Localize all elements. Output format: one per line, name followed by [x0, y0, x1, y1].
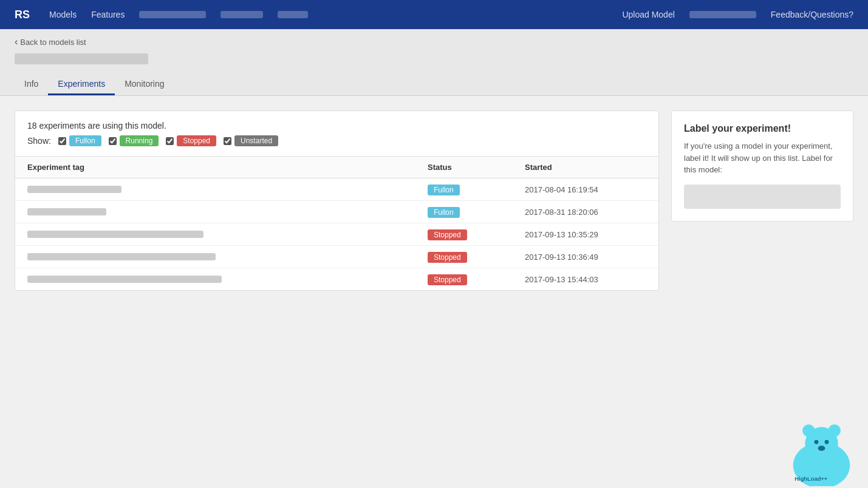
- nav-blurred-3: [278, 11, 308, 18]
- tag-blurred: [27, 208, 106, 215]
- navbar: RS Models Features Upload Model Feedback…: [0, 0, 868, 29]
- label-input-blurred: [684, 185, 841, 209]
- experiments-table: Experiment tag Status Started Fullon 201…: [15, 156, 659, 291]
- main-content: 18 experiments are using this model. Sho…: [0, 96, 868, 305]
- show-filters: Show: Fullon Running Stopped Unstarted: [27, 135, 646, 146]
- filter-unstarted-checkbox[interactable]: [224, 137, 231, 145]
- row-date: 2017-09-13 15:44:03: [525, 275, 646, 284]
- row-tag: [27, 231, 428, 238]
- stopped-badge: Stopped: [177, 135, 216, 146]
- tag-blurred: [27, 253, 216, 260]
- nav-blurred-4: [689, 11, 756, 18]
- table-row[interactable]: Fullon 2017-08-04 16:19:54: [15, 178, 658, 201]
- row-status: Stopped: [428, 229, 525, 239]
- row-date: 2017-08-04 16:19:54: [525, 185, 646, 194]
- filter-running[interactable]: Running: [109, 135, 159, 146]
- left-panel: 18 experiments are using this model. Sho…: [15, 110, 659, 291]
- filter-stopped-checkbox[interactable]: [166, 137, 174, 145]
- running-badge: Running: [120, 135, 159, 146]
- table-row[interactable]: Stopped 2017-09-13 10:36:49: [15, 246, 658, 268]
- col-started: Started: [525, 163, 646, 172]
- status-badge: Fullon: [428, 207, 460, 218]
- experiments-info-card: 18 experiments are using this model. Sho…: [15, 110, 659, 156]
- row-status: Fullon: [428, 185, 525, 194]
- tag-blurred: [27, 276, 222, 283]
- status-badge: Fullon: [428, 185, 460, 195]
- row-status: Stopped: [428, 252, 525, 262]
- row-tag: [27, 253, 428, 260]
- model-title-blurred: [15, 53, 148, 64]
- right-panel: Label your experiment! If you're using a…: [671, 110, 853, 222]
- filter-stopped[interactable]: Stopped: [166, 135, 216, 146]
- col-status: Status: [428, 163, 525, 172]
- row-tag: [27, 208, 428, 215]
- row-tag: [27, 276, 428, 283]
- status-badge: Stopped: [428, 252, 467, 263]
- row-status: Stopped: [428, 274, 525, 284]
- table-header: Experiment tag Status Started: [15, 157, 658, 178]
- nav-blurred-1: [139, 11, 206, 18]
- navbar-brand: RS: [15, 8, 30, 21]
- filter-running-checkbox[interactable]: [109, 137, 117, 145]
- tabs: Info Experiments Monitoring: [15, 74, 853, 95]
- col-tag: Experiment tag: [27, 163, 428, 172]
- nav-blurred-2: [220, 11, 263, 18]
- nav-models[interactable]: Models: [49, 7, 77, 22]
- filter-fullon-checkbox[interactable]: [58, 137, 66, 145]
- row-status: Fullon: [428, 207, 525, 217]
- nav-upload[interactable]: Upload Model: [622, 7, 674, 22]
- label-desc: If you're using a model in your experime…: [684, 140, 841, 176]
- label-title: Label your experiment!: [684, 123, 841, 134]
- nav-feedback[interactable]: Feedback/Questions?: [771, 7, 853, 22]
- subheader: Back to models list Info Experiments Mon…: [0, 29, 868, 96]
- unstarted-badge: Unstarted: [234, 135, 278, 146]
- back-link[interactable]: Back to models list: [15, 36, 86, 47]
- experiments-count: 18 experiments are using this model.: [27, 121, 646, 130]
- show-label: Show:: [27, 136, 51, 146]
- row-date: 2017-09-13 10:35:29: [525, 230, 646, 239]
- table-row[interactable]: Fullon 2017-08-31 18:20:06: [15, 201, 658, 223]
- tab-experiments[interactable]: Experiments: [48, 74, 115, 95]
- status-badge: Stopped: [428, 229, 467, 240]
- row-date: 2017-09-13 10:36:49: [525, 252, 646, 262]
- filter-fullon[interactable]: Fullon: [58, 135, 101, 146]
- table-row[interactable]: Stopped 2017-09-13 10:35:29: [15, 223, 658, 246]
- nav-features[interactable]: Features: [91, 7, 125, 22]
- row-date: 2017-08-31 18:20:06: [525, 208, 646, 217]
- status-badge: Stopped: [428, 274, 467, 285]
- tag-blurred: [27, 186, 121, 193]
- tag-blurred: [27, 231, 203, 238]
- tab-monitoring[interactable]: Monitoring: [115, 74, 174, 95]
- filter-unstarted[interactable]: Unstarted: [224, 135, 278, 146]
- table-row[interactable]: Stopped 2017-09-13 15:44:03: [15, 268, 658, 290]
- fullon-badge: Fullon: [69, 135, 101, 146]
- tab-info[interactable]: Info: [15, 74, 48, 95]
- row-tag: [27, 186, 428, 193]
